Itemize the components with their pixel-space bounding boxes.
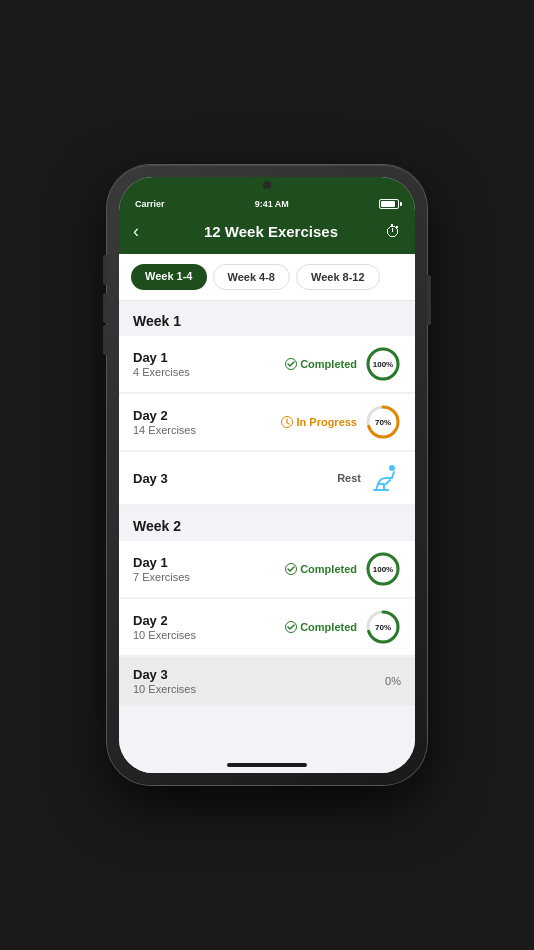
week2-day1-progress: 100%	[365, 551, 401, 587]
week2-day2-right: Completed 70%	[285, 609, 401, 645]
week2-day2-name: Day 2	[133, 613, 196, 628]
week1-day3-right: Rest	[337, 462, 401, 494]
tab-week-1-4[interactable]: Week 1-4	[131, 264, 207, 290]
week1-day2-exercises: 14 Exercises	[133, 424, 196, 436]
week2-day3-right: 0%	[385, 675, 401, 687]
week-2-header: Week 2	[119, 506, 415, 540]
week2-day1-right: Completed 100%	[285, 551, 401, 587]
week1-day2-status: In Progress	[281, 416, 357, 428]
week2-day2-exercises: 10 Exercises	[133, 629, 196, 641]
battery-icon	[379, 199, 399, 209]
week1-day1-card[interactable]: Day 1 4 Exercises Completed	[119, 336, 415, 393]
week1-day1-info: Day 1 4 Exercises	[133, 350, 190, 378]
week-1-header: Week 1	[119, 301, 415, 335]
week1-day3-status: Rest	[337, 472, 361, 484]
week-2-section: Week 2 Day 1 7 Exercises Complete	[119, 506, 415, 706]
rest-icon	[369, 462, 401, 494]
week1-day1-exercises: 4 Exercises	[133, 366, 190, 378]
week2-day3-card[interactable]: Day 3 10 Exercises 0%	[119, 657, 415, 706]
nav-header: ‹ 12 Week Exercises ⏱	[119, 213, 415, 254]
week2-day3-exercises: 10 Exercises	[133, 683, 196, 695]
completed-icon-3	[285, 621, 297, 633]
tab-week-4-8[interactable]: Week 4-8	[213, 264, 291, 290]
week1-day1-name: Day 1	[133, 350, 190, 365]
week-1-section: Week 1 Day 1 4 Exercises Complete	[119, 301, 415, 505]
camera-area	[119, 177, 415, 193]
home-indicator	[119, 755, 415, 773]
content-area: Week 1 Day 1 4 Exercises Complete	[119, 301, 415, 755]
week1-day2-right: In Progress 70%	[281, 404, 401, 440]
camera-dot	[263, 181, 271, 189]
week2-day1-card[interactable]: Day 1 7 Exercises Completed	[119, 541, 415, 598]
home-bar	[227, 763, 307, 767]
week2-day1-status: Completed	[285, 563, 357, 575]
battery-fill	[381, 201, 395, 207]
week2-day1-exercises: 7 Exercises	[133, 571, 190, 583]
back-button[interactable]: ‹	[133, 221, 157, 242]
completed-icon-2	[285, 563, 297, 575]
svg-point-6	[389, 465, 395, 471]
phone-screen: Carrier 9:41 AM ‹ 12 Week Exercises ⏱ We…	[119, 177, 415, 773]
carrier-text: Carrier	[135, 199, 165, 209]
time-text: 9:41 AM	[255, 199, 289, 209]
week1-day1-status: Completed	[285, 358, 357, 370]
week2-day2-info: Day 2 10 Exercises	[133, 613, 196, 641]
week1-day3-info: Day 3	[133, 471, 168, 486]
status-icons	[379, 199, 399, 209]
week2-day2-card[interactable]: Day 2 10 Exercises Completed	[119, 599, 415, 656]
week2-day3-name: Day 3	[133, 667, 196, 682]
week1-day2-info: Day 2 14 Exercises	[133, 408, 196, 436]
week2-day2-progress: 70%	[365, 609, 401, 645]
week1-day1-progress: 100%	[365, 346, 401, 382]
status-bar: Carrier 9:41 AM	[119, 193, 415, 213]
page-title: 12 Week Exercises	[204, 223, 338, 240]
week1-day1-right: Completed 100%	[285, 346, 401, 382]
week2-day3-percent: 0%	[385, 675, 401, 687]
phone-frame: Carrier 9:41 AM ‹ 12 Week Exercises ⏱ We…	[107, 165, 427, 785]
week1-day2-name: Day 2	[133, 408, 196, 423]
week1-day3-card[interactable]: Day 3 Rest	[119, 452, 415, 505]
week1-day2-card[interactable]: Day 2 14 Exercises In Progress	[119, 394, 415, 451]
tab-week-8-12[interactable]: Week 8-12	[296, 264, 380, 290]
week1-day2-progress: 70%	[365, 404, 401, 440]
completed-icon	[285, 358, 297, 370]
history-button[interactable]: ⏱	[385, 223, 401, 241]
week1-day3-name: Day 3	[133, 471, 168, 486]
week2-day2-status: Completed	[285, 621, 357, 633]
week2-day1-name: Day 1	[133, 555, 190, 570]
week2-day1-info: Day 1 7 Exercises	[133, 555, 190, 583]
in-progress-icon	[281, 416, 293, 428]
week2-day3-info: Day 3 10 Exercises	[133, 667, 196, 695]
tab-bar: Week 1-4 Week 4-8 Week 8-12	[119, 254, 415, 301]
